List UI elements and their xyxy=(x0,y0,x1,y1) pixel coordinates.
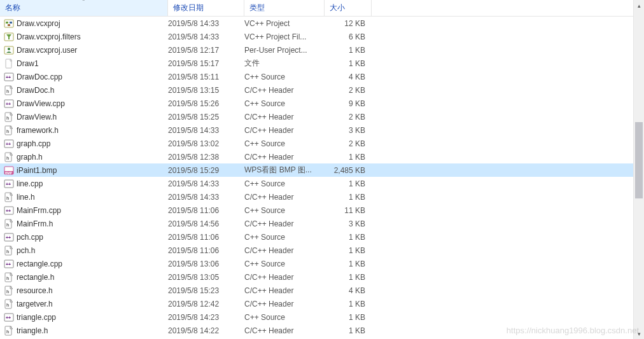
file-row[interactable]: ++pch.cpp2019/5/8 11:06C++ Source1 KB xyxy=(0,230,633,244)
file-row[interactable]: ++DrawDoc.cpp2019/5/8 15:11C++ Source4 K… xyxy=(0,70,633,83)
file-row[interactable]: hMainFrm.h2019/5/8 14:56C/C++ Header3 KB xyxy=(0,217,633,230)
file-row[interactable]: hline.h2019/5/8 14:33C/C++ Header1 KB xyxy=(0,190,633,204)
file-date-cell: 2019/5/8 15:11 xyxy=(168,73,244,81)
column-header-name-label: 名称 xyxy=(5,3,20,13)
file-size-cell: 1 KB xyxy=(325,59,372,68)
h-file-icon: h xyxy=(4,326,14,336)
file-type-cell: C/C++ Header xyxy=(244,246,325,255)
file-size-cell: 1 KB xyxy=(325,233,372,242)
svg-text:++: ++ xyxy=(6,75,11,80)
svg-rect-1 xyxy=(6,22,8,24)
file-explorer-pane: 名称 ˄ 修改日期 类型 大小 Draw.vcxproj2019/5/8 14:… xyxy=(0,0,644,339)
file-row[interactable]: Draw.vcxproj.user2019/5/8 12:17Per-User … xyxy=(0,43,633,57)
svg-text:h: h xyxy=(6,249,9,254)
h-file-icon: h xyxy=(4,152,14,162)
file-row[interactable]: Draw.vcxproj2019/5/8 14:33VC++ Project12… xyxy=(0,17,633,30)
file-name-cell: hpch.h xyxy=(4,246,168,256)
scroll-up-arrow-icon[interactable]: ▴ xyxy=(634,0,644,11)
file-name-label: rectangle.cpp xyxy=(17,259,62,268)
file-date-cell: 2019/5/8 14:56 xyxy=(168,219,244,228)
file-row[interactable]: htriangle.h2019/5/8 14:22C/C++ Header1 K… xyxy=(0,324,633,337)
file-type-cell: C/C++ Header xyxy=(244,126,325,135)
column-header-type[interactable]: 类型 xyxy=(244,0,325,16)
file-name-cell: ++triangle.cpp xyxy=(4,312,168,322)
file-name-label: Draw1 xyxy=(17,59,39,68)
file-row[interactable]: hgraph.h2019/5/8 12:38C/C++ Header1 KB xyxy=(0,150,633,163)
svg-text:BMP: BMP xyxy=(5,170,13,174)
file-row[interactable]: Draw.vcxproj.filters2019/5/8 14:33VC++ P… xyxy=(0,30,633,43)
file-name-cell: Draw1 xyxy=(4,59,168,69)
file-row[interactable]: Draw12019/5/8 15:17文件1 KB xyxy=(0,57,633,70)
h-file-icon: h xyxy=(4,112,14,122)
proj-file-icon xyxy=(4,18,14,29)
svg-text:h: h xyxy=(6,89,9,93)
file-row[interactable]: ++DrawView.cpp2019/5/8 15:26C++ Source9 … xyxy=(0,97,633,110)
file-size-cell: 2 KB xyxy=(325,86,372,95)
file-name-cell: Draw.vcxproj.user xyxy=(4,45,168,55)
file-date-cell: 2019/5/8 13:06 xyxy=(168,259,244,268)
file-row[interactable]: ++graph.cpp2019/5/8 13:02C++ Source2 KB xyxy=(0,137,633,150)
file-name-label: graph.h xyxy=(17,153,43,162)
svg-rect-2 xyxy=(10,22,12,24)
column-header-size[interactable]: 大小 xyxy=(325,0,372,16)
file-row[interactable]: BMPiPaint1.bmp2019/5/8 15:29WPS看图 BMP 图.… xyxy=(0,163,633,177)
file-row[interactable]: hpch.h2019/5/8 11:06C/C++ Header1 KB xyxy=(0,244,633,257)
file-date-cell: 2019/5/8 12:17 xyxy=(168,46,244,55)
file-row[interactable]: hresource.h2019/5/8 15:23C/C++ Header4 K… xyxy=(0,284,633,297)
file-type-cell: C++ Source xyxy=(244,259,325,268)
file-row[interactable]: ++MainFrm.cpp2019/5/8 11:06C++ Source11 … xyxy=(0,204,633,217)
file-date-cell: 2019/5/8 11:06 xyxy=(168,233,244,242)
file-row[interactable]: hDrawDoc.h2019/5/8 13:15C/C++ Header2 KB xyxy=(0,83,633,97)
scroll-thumb[interactable] xyxy=(635,122,643,198)
svg-text:h: h xyxy=(6,156,9,160)
file-name-label: triangle.cpp xyxy=(17,313,56,322)
file-date-cell: 2019/5/8 13:15 xyxy=(168,86,244,95)
file-name-label: resource.h xyxy=(17,286,53,295)
file-date-cell: 2019/5/8 14:22 xyxy=(168,326,244,335)
h-file-icon: h xyxy=(4,272,14,282)
vertical-scrollbar[interactable]: ▴ ▾ xyxy=(633,0,644,339)
file-type-cell: C++ Source xyxy=(244,179,325,188)
file-row[interactable]: htargetver.h2019/5/8 12:42C/C++ Header1 … xyxy=(0,297,633,310)
file-size-cell: 1 KB xyxy=(325,313,372,322)
column-header-name[interactable]: 名称 ˄ xyxy=(0,0,168,16)
file-row[interactable]: hrectangle.h2019/5/8 13:05C/C++ Header1 … xyxy=(0,270,633,284)
file-name-cell: htargetver.h xyxy=(4,299,168,309)
svg-text:++: ++ xyxy=(6,102,11,106)
svg-text:++: ++ xyxy=(6,142,11,146)
file-row[interactable]: hframework.h2019/5/8 14:33C/C++ Header3 … xyxy=(0,123,633,137)
file-name-label: MainFrm.h xyxy=(17,219,53,228)
file-size-cell: 2 KB xyxy=(325,139,372,148)
file-row[interactable]: ++triangle.cpp2019/5/8 14:23C++ Source1 … xyxy=(0,310,633,324)
cpp-file-icon: ++ xyxy=(4,179,14,189)
file-row[interactable]: ++rectangle.cpp2019/5/8 13:06C++ Source1… xyxy=(0,257,633,270)
file-row[interactable]: ++line.cpp2019/5/8 14:33C++ Source1 KB xyxy=(0,177,633,190)
file-name-cell: hline.h xyxy=(4,192,168,202)
file-size-cell: 1 KB xyxy=(325,246,372,255)
column-header-row: 名称 ˄ 修改日期 类型 大小 xyxy=(0,0,633,17)
svg-text:h: h xyxy=(6,276,9,280)
bmp-file-icon: BMP xyxy=(4,165,14,176)
file-name-cell: hresource.h xyxy=(4,286,168,296)
cpp-file-icon: ++ xyxy=(4,259,14,269)
file-name-label: DrawDoc.h xyxy=(17,86,54,95)
file-size-cell: 3 KB xyxy=(325,219,372,228)
scroll-down-arrow-icon[interactable]: ▾ xyxy=(634,328,644,339)
cpp-file-icon: ++ xyxy=(4,205,14,216)
column-header-date[interactable]: 修改日期 xyxy=(168,0,244,16)
file-type-cell: C/C++ Header xyxy=(244,286,325,295)
file-size-cell: 3 KB xyxy=(325,126,372,135)
h-file-icon: h xyxy=(4,192,14,202)
file-type-cell: C/C++ Header xyxy=(244,300,325,308)
file-name-label: pch.cpp xyxy=(17,233,43,242)
file-type-cell: C/C++ Header xyxy=(244,113,325,121)
file-size-cell: 1 KB xyxy=(325,259,372,268)
file-name-cell: ++rectangle.cpp xyxy=(4,259,168,269)
file-type-cell: C++ Source xyxy=(244,99,325,108)
file-name-cell: ++DrawView.cpp xyxy=(4,99,168,109)
file-date-cell: 2019/5/8 14:33 xyxy=(168,193,244,202)
file-name-label: iPaint1.bmp xyxy=(17,166,57,175)
file-date-cell: 2019/5/8 15:29 xyxy=(168,166,244,175)
file-row[interactable]: hDrawView.h2019/5/8 15:25C/C++ Header2 K… xyxy=(0,110,633,123)
file-name-label: rectangle.h xyxy=(17,273,54,282)
